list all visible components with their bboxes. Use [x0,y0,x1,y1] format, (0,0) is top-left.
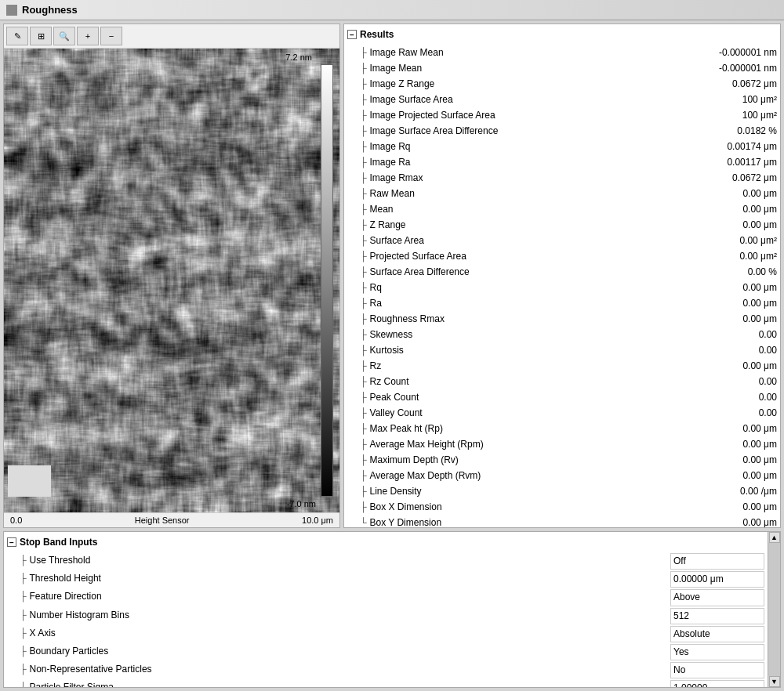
tree-line: ├ [360,484,367,498]
result-row: ├ Rq 0.00 μm [347,280,777,295]
result-row: ├ Image Surface Area Difference 0.0182 % [347,123,777,139]
tree-line: ├ [360,124,367,138]
tree-line: ├ [360,233,367,248]
param-row: ├ Boundary Particles Yes [7,643,764,661]
tree-line: ├ [360,421,367,436]
result-row: ├ Box X Dimension 0.00 μm [347,499,777,515]
result-name: Image Mean [370,61,691,75]
main-container: ✎ ⊞ 🔍 + − 7.2 nm -7.0 nm 0.0 Height Sens… [0,20,784,691]
result-row: ├ Roughness Rmax 0.00 μm [347,311,777,327]
result-name: Max Peak ht (Rp) [370,421,691,436]
result-value: 0.00 μm [691,437,777,451]
tree-line: ├ [360,359,367,373]
result-value: 0.00 [691,406,777,420]
result-name: Valley Count [370,406,691,420]
param-value: Off [670,553,764,570]
result-name: Maximum Depth (Rv) [370,453,691,467]
param-name: Use Threshold [30,553,670,570]
footer-left-value: 0.0 [10,516,22,525]
title-text: Roughness [22,4,78,16]
result-value: 0.00 μm [691,469,777,483]
result-row: ├ Image Mean -0.000001 nm [347,60,777,76]
results-collapse-icon[interactable]: − [347,30,357,39]
result-row: ├ Surface Area 0.00 μm² [347,233,777,248]
stop-band-title: Stop Band Inputs [20,537,97,548]
param-row: ├ X Axis Absolute [7,625,764,643]
toolbar-btn-plus[interactable]: + [77,27,99,45]
result-name: Surface Area [370,233,691,248]
result-value: 0.00 μm [691,296,777,310]
tree-line: ├ [360,218,367,232]
tree-line: └ [360,516,367,528]
tree-line: ├ [360,186,367,201]
params-list: ├ Use Threshold Off ├ Threshold Height 0… [7,552,764,687]
result-value: 0.00 % [691,265,777,279]
param-tree-line: └ [20,680,27,687]
result-row: ├ Image Z Range 0.0672 μm [347,76,777,92]
toolbar-btn-grid[interactable]: ⊞ [30,27,52,45]
tree-line: ├ [360,312,367,326]
result-value: 0.00 μm² [691,233,777,248]
bottom-content: − Stop Band Inputs ├ Use Threshold Off ├… [4,532,768,687]
result-row: ├ Image Raw Mean -0.000001 nm [347,45,777,60]
result-row: ├ Line Density 0.00 /μm [347,483,777,499]
result-name: Average Max Height (Rpm) [370,437,691,451]
result-name: Box X Dimension [370,500,691,514]
scroll-down-btn[interactable]: ▼ [769,676,780,687]
result-value: 0.00 [691,390,777,404]
results-section: − Results ├ Image Raw Mean -0.000001 nm … [347,27,777,528]
result-row: ├ Kurtosis 0.00 [347,342,777,358]
result-row: ├ Image Surface Area 100 μm² [347,92,777,107]
stop-band-header: − Stop Band Inputs [7,535,764,549]
result-row: ├ Image Rq 0.00174 μm [347,139,777,154]
result-row: ├ Image Rmax 0.0672 μm [347,170,777,186]
result-row: ├ Mean 0.00 μm [347,201,777,217]
result-name: Image Surface Area [370,92,691,107]
result-name: Image Raw Mean [370,45,691,60]
tree-line: ├ [360,453,367,467]
result-value: -0.000001 nm [691,45,777,60]
result-name: Rq [370,280,691,295]
result-name: Mean [370,202,691,216]
scale-bottom-value: -7.0 nm [287,499,316,508]
result-name: Image Rq [370,139,691,154]
footer-center-label: Height Sensor [135,516,190,525]
result-name: Image Z Range [370,77,691,91]
stop-band-collapse-icon[interactable]: − [7,537,16,547]
top-section: ✎ ⊞ 🔍 + − 7.2 nm -7.0 nm 0.0 Height Sens… [3,24,781,528]
scroll-up-btn[interactable]: ▲ [769,532,780,543]
result-name: Z Range [370,218,691,232]
param-row: └ Particle Filter Sigma 1.00000 [7,679,764,687]
result-row: ├ Valley Count 0.00 [347,405,777,421]
result-value: 0.0672 μm [691,171,777,185]
param-value: 0.00000 μm [670,571,764,588]
param-tree-line: ├ [20,571,27,588]
tree-line: ├ [360,500,367,514]
app-icon [6,5,17,16]
result-row: ├ Z Range 0.00 μm [347,217,777,233]
toolbar-btn-select[interactable]: ✎ [6,27,28,45]
right-panel[interactable]: − Results ├ Image Raw Mean -0.000001 nm … [343,24,781,528]
color-scale-bar [321,64,333,497]
result-row: ├ Surface Area Difference 0.00 % [347,264,777,280]
param-tree-line: ├ [20,608,27,624]
param-row: ├ Use Threshold Off [7,552,764,570]
tree-line: ├ [360,343,367,357]
tree-line: ├ [360,171,367,185]
tree-line: ├ [360,92,367,107]
image-area: 7.2 nm -7.0 nm [4,49,339,512]
tree-line: ├ [360,327,367,342]
toolbar-btn-zoom[interactable]: 🔍 [53,27,75,45]
result-name: Kurtosis [370,343,691,357]
param-name: Number Histogram Bins [30,608,670,624]
result-row: ├ Skewness 0.00 [347,327,777,342]
result-name: Box Y Dimension [370,516,691,528]
left-panel: ✎ ⊞ 🔍 + − 7.2 nm -7.0 nm 0.0 Height Sens… [3,24,340,528]
result-value: 0.00 μm [691,500,777,514]
result-name: Rz [370,359,691,373]
toolbar-btn-minus[interactable]: − [100,27,122,45]
result-row: ├ Peak Count 0.00 [347,389,777,405]
result-value: -0.000001 nm [691,61,777,75]
result-value: 0.00 μm² [691,249,777,263]
param-row: ├ Feature Direction Above [7,588,764,606]
